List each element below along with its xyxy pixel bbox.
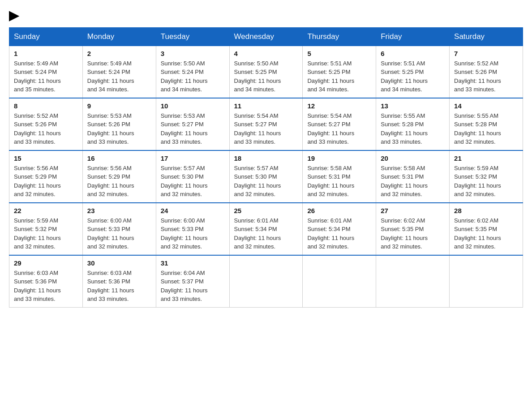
calendar-cell: 13 Sunrise: 5:55 AMSunset: 5:28 PMDaylig… [376,98,450,150]
calendar-cell [450,255,523,308]
day-info: Sunrise: 5:57 AMSunset: 5:30 PMDaylight:… [234,165,281,198]
calendar-cell: 5 Sunrise: 5:51 AMSunset: 5:25 PMDayligh… [303,46,376,98]
day-info: Sunrise: 6:02 AMSunset: 5:35 PMDaylight:… [454,217,501,250]
day-info: Sunrise: 5:55 AMSunset: 5:28 PMDaylight:… [381,112,428,146]
day-number: 23 [87,207,151,214]
day-info: Sunrise: 5:55 AMSunset: 5:28 PMDaylight:… [454,112,501,146]
calendar-cell: 23 Sunrise: 6:00 AMSunset: 5:33 PMDaylig… [82,203,156,255]
day-number: 5 [307,50,371,57]
day-number: 30 [87,259,151,267]
day-info: Sunrise: 5:57 AMSunset: 5:30 PMDaylight:… [161,165,208,198]
day-number: 9 [87,102,151,110]
day-info: Sunrise: 5:51 AMSunset: 5:25 PMDaylight:… [307,60,354,93]
day-number: 24 [161,207,225,214]
week-row-1: 1 Sunrise: 5:49 AMSunset: 5:24 PMDayligh… [9,46,523,98]
day-info: Sunrise: 5:58 AMSunset: 5:31 PMDaylight:… [307,165,354,198]
calendar-cell [376,255,450,308]
day-info: Sunrise: 5:49 AMSunset: 5:24 PMDaylight:… [87,60,134,93]
week-row-3: 15 Sunrise: 5:56 AMSunset: 5:29 PMDaylig… [9,150,523,203]
day-info: Sunrise: 5:50 AMSunset: 5:24 PMDaylight:… [161,60,208,93]
day-number: 31 [161,259,225,267]
day-number: 10 [161,102,225,110]
day-info: Sunrise: 5:56 AMSunset: 5:29 PMDaylight:… [14,165,61,198]
calendar-table: SundayMondayTuesdayWednesdayThursdayFrid… [9,27,523,308]
day-info: Sunrise: 5:56 AMSunset: 5:29 PMDaylight:… [87,165,134,198]
weekday-header-wednesday: Wednesday [229,27,303,46]
day-info: Sunrise: 6:04 AMSunset: 5:37 PMDaylight:… [161,270,208,303]
day-info: Sunrise: 5:53 AMSunset: 5:27 PMDaylight:… [161,112,208,146]
day-number: 1 [14,50,78,57]
day-number: 20 [381,154,445,162]
day-info: Sunrise: 5:58 AMSunset: 5:31 PMDaylight:… [381,165,428,198]
calendar-cell: 4 Sunrise: 5:50 AMSunset: 5:25 PMDayligh… [229,46,303,98]
page-header: ▶ [9,9,523,23]
day-number: 7 [454,50,518,57]
weekday-header-monday: Monday [82,27,156,46]
calendar-cell: 14 Sunrise: 5:55 AMSunset: 5:28 PMDaylig… [450,98,523,150]
calendar-cell: 22 Sunrise: 5:59 AMSunset: 5:32 PMDaylig… [9,203,83,255]
calendar-cell: 18 Sunrise: 5:57 AMSunset: 5:30 PMDaylig… [229,150,303,203]
day-number: 26 [307,207,371,214]
calendar-cell: 31 Sunrise: 6:04 AMSunset: 5:37 PMDaylig… [156,255,229,308]
weekday-header-thursday: Thursday [303,27,376,46]
calendar-cell: 7 Sunrise: 5:52 AMSunset: 5:26 PMDayligh… [450,46,523,98]
day-info: Sunrise: 5:53 AMSunset: 5:26 PMDaylight:… [87,112,134,146]
day-info: Sunrise: 5:51 AMSunset: 5:25 PMDaylight:… [381,60,428,93]
day-info: Sunrise: 5:52 AMSunset: 5:26 PMDaylight:… [454,60,501,93]
day-number: 11 [234,102,298,110]
day-info: Sunrise: 5:59 AMSunset: 5:32 PMDaylight:… [454,165,501,198]
day-number: 22 [14,207,78,214]
day-number: 28 [454,207,518,214]
day-number: 8 [14,102,78,110]
day-number: 14 [454,102,518,110]
calendar-cell: 17 Sunrise: 5:57 AMSunset: 5:30 PMDaylig… [156,150,229,203]
weekday-header-sunday: Sunday [9,27,83,46]
calendar-cell [229,255,303,308]
day-number: 4 [234,50,298,57]
day-info: Sunrise: 6:01 AMSunset: 5:34 PMDaylight:… [234,217,281,250]
calendar-cell: 27 Sunrise: 6:02 AMSunset: 5:35 PMDaylig… [376,203,450,255]
weekday-header-tuesday: Tuesday [156,27,229,46]
calendar-cell: 30 Sunrise: 6:03 AMSunset: 5:36 PMDaylig… [82,255,156,308]
weekday-header-friday: Friday [376,27,450,46]
day-number: 21 [454,154,518,162]
day-info: Sunrise: 6:02 AMSunset: 5:35 PMDaylight:… [381,217,428,250]
day-info: Sunrise: 6:03 AMSunset: 5:36 PMDaylight:… [14,270,61,303]
day-number: 12 [307,102,371,110]
day-number: 6 [381,50,445,57]
weekday-header-saturday: Saturday [450,27,523,46]
calendar-cell: 24 Sunrise: 6:00 AMSunset: 5:33 PMDaylig… [156,203,229,255]
day-info: Sunrise: 6:00 AMSunset: 5:33 PMDaylight:… [87,217,134,250]
calendar-cell: 6 Sunrise: 5:51 AMSunset: 5:25 PMDayligh… [376,46,450,98]
calendar-cell: 8 Sunrise: 5:52 AMSunset: 5:26 PMDayligh… [9,98,83,150]
calendar-cell: 2 Sunrise: 5:49 AMSunset: 5:24 PMDayligh… [82,46,156,98]
day-info: Sunrise: 5:52 AMSunset: 5:26 PMDaylight:… [14,112,61,146]
calendar-cell: 11 Sunrise: 5:54 AMSunset: 5:27 PMDaylig… [229,98,303,150]
logo: ▶ [9,9,19,23]
calendar-cell: 19 Sunrise: 5:58 AMSunset: 5:31 PMDaylig… [303,150,376,203]
calendar-cell: 3 Sunrise: 5:50 AMSunset: 5:24 PMDayligh… [156,46,229,98]
day-info: Sunrise: 5:59 AMSunset: 5:32 PMDaylight:… [14,217,61,250]
calendar-cell: 21 Sunrise: 5:59 AMSunset: 5:32 PMDaylig… [450,150,523,203]
calendar-cell: 15 Sunrise: 5:56 AMSunset: 5:29 PMDaylig… [9,150,83,203]
day-number: 13 [381,102,445,110]
day-number: 27 [381,207,445,214]
day-info: Sunrise: 5:54 AMSunset: 5:27 PMDaylight:… [234,112,281,146]
day-number: 15 [14,154,78,162]
calendar-cell: 25 Sunrise: 6:01 AMSunset: 5:34 PMDaylig… [229,203,303,255]
day-number: 18 [234,154,298,162]
calendar-cell [303,255,376,308]
day-info: Sunrise: 6:00 AMSunset: 5:33 PMDaylight:… [161,217,208,250]
week-row-2: 8 Sunrise: 5:52 AMSunset: 5:26 PMDayligh… [9,98,523,150]
day-info: Sunrise: 5:54 AMSunset: 5:27 PMDaylight:… [307,112,354,146]
day-number: 19 [307,154,371,162]
week-row-4: 22 Sunrise: 5:59 AMSunset: 5:32 PMDaylig… [9,203,523,255]
calendar-cell: 9 Sunrise: 5:53 AMSunset: 5:26 PMDayligh… [82,98,156,150]
calendar-cell: 10 Sunrise: 5:53 AMSunset: 5:27 PMDaylig… [156,98,229,150]
day-number: 17 [161,154,225,162]
day-number: 3 [161,50,225,57]
weekday-header-row: SundayMondayTuesdayWednesdayThursdayFrid… [9,27,523,46]
calendar-cell: 20 Sunrise: 5:58 AMSunset: 5:31 PMDaylig… [376,150,450,203]
day-number: 16 [87,154,151,162]
calendar-cell: 29 Sunrise: 6:03 AMSunset: 5:36 PMDaylig… [9,255,83,308]
